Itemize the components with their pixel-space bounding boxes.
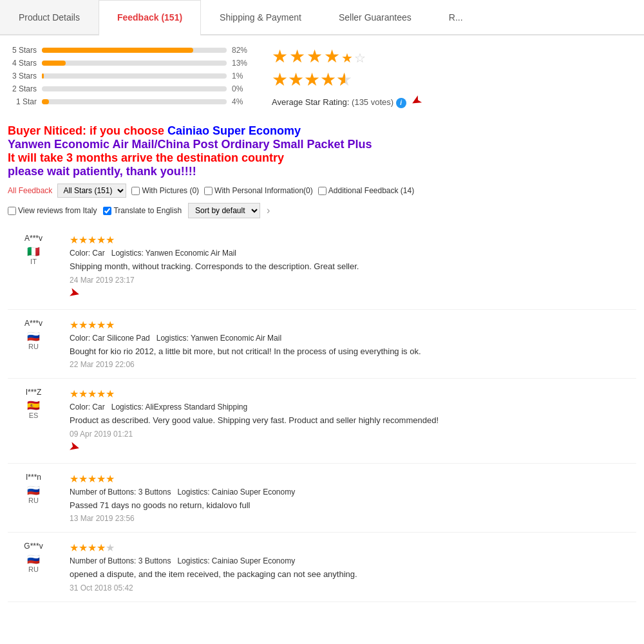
reviews-list: A***v 🇮🇹 IT ★★★★★ Color: Car Logistics: …	[8, 225, 636, 602]
with-pictures-checkbox[interactable]	[131, 187, 140, 195]
review-stars-3: ★★★★★	[70, 388, 636, 400]
reviewer-flag-3: 🇪🇸	[8, 399, 59, 412]
review-meta-3: Color: Car Logistics: AliExpress Standar…	[70, 402, 636, 412]
reviewer-country-5: RU	[8, 565, 59, 573]
star-label-3: 3 Stars	[8, 71, 37, 80]
filter-bar: All Feedback All Stars (151) With Pictur…	[8, 184, 636, 198]
notice-line4: please wait patiently, thank you!!!!	[8, 165, 636, 178]
notice-overlay: Buyer Niticed: if you choose Cainiao Sup…	[8, 122, 636, 181]
stars-display: ★★★★★☆	[272, 46, 636, 67]
tab-product-details[interactable]: Product Details	[0, 0, 99, 34]
bar-fill-3	[42, 73, 44, 79]
review-date-5: 31 Oct 2018 05:42	[70, 583, 636, 592]
tab-more[interactable]: R...	[430, 0, 482, 34]
reviewer-flag-5: 🇷🇺	[8, 553, 59, 565]
notice-cainiao: Cainiao Super Economy	[167, 124, 301, 137]
notice-line3: It will take 3 months arrive the destina…	[8, 151, 636, 165]
reviewer-flag-2: 🇷🇺	[8, 330, 59, 343]
bar-bg-4	[42, 61, 227, 66]
reviewer-flag-1: 🇮🇹	[8, 245, 59, 258]
with-pictures-filter[interactable]: With Pictures (0)	[131, 186, 199, 195]
votes-text: (135 votes)	[352, 97, 393, 107]
pct-5: 82%	[232, 46, 252, 55]
review-text-3: Product as described. Very good value. S…	[70, 414, 636, 427]
review-content-1: ★★★★★ Color: Car Logistics: Yanwen Econo…	[70, 234, 636, 300]
rating-arrow: ➤	[408, 91, 426, 109]
pct-3: 1%	[232, 71, 252, 80]
sort-select[interactable]: Sort by default	[188, 203, 260, 218]
scroll-right-icon[interactable]: ›	[267, 205, 270, 216]
star-icons: ★★★★ ★ ★	[272, 71, 636, 89]
review-date-4: 13 Mar 2019 23:56	[70, 514, 636, 523]
translate-checkbox[interactable]	[103, 207, 111, 215]
reviewer-country-4: RU	[8, 497, 59, 504]
reviewer-name-1: A***v	[8, 234, 59, 243]
tab-feedback[interactable]: Feedback (151)	[99, 0, 201, 35]
review-item: G***v 🇷🇺 RU ★★★★★ Number of Buttons: 3 B…	[8, 533, 636, 602]
star-row-4: 4 Stars 13%	[8, 59, 252, 68]
review-content-4: ★★★★★ Number of Buttons: 3 Buttons Logis…	[70, 473, 636, 524]
review-stars-4: ★★★★★	[70, 473, 636, 485]
review-item: I***n 🇷🇺 RU ★★★★★ Number of Buttons: 3 B…	[8, 464, 636, 533]
review-color-4: Number of Buttons: 3 Buttons	[70, 488, 171, 497]
avg-label-text: Average Star Rating:	[272, 97, 349, 107]
review-logistics-1: Logistics: Yanwen Economic Air Mail	[111, 249, 236, 258]
bar-fill-5	[42, 48, 193, 53]
review-arrow-1: ➤	[68, 283, 82, 301]
with-personal-filter[interactable]: With Personal Information(0)	[204, 186, 313, 195]
review-color-2: Color: Car Silicone Pad	[70, 334, 150, 343]
pct-4: 13%	[232, 59, 252, 68]
reviewer-info-5: G***v 🇷🇺 RU	[8, 542, 59, 592]
review-arrow-3: ➤	[68, 437, 82, 455]
review-date-2: 22 Mar 2019 22:06	[70, 360, 636, 369]
review-logistics-2: Logistics: Yanwen Economic Air Mail	[156, 334, 281, 343]
star-label-2: 2 Stars	[8, 84, 37, 93]
review-color-5: Number of Buttons: 3 Buttons	[70, 556, 171, 565]
star-bars: 5 Stars 82% 4 Stars 13% 3 Stars	[8, 46, 252, 110]
reviewer-name-5: G***v	[8, 542, 59, 551]
review-meta-2: Color: Car Silicone Pad Logistics: Yanwe…	[70, 334, 636, 343]
review-item: A***v 🇮🇹 IT ★★★★★ Color: Car Logistics: …	[8, 225, 636, 310]
bar-fill-4	[42, 61, 66, 66]
info-icon[interactable]: i	[396, 98, 406, 108]
review-logistics-4: Logistics: Cainiao Super Economy	[177, 488, 295, 497]
star-label-5: 5 Stars	[8, 46, 37, 55]
review-logistics-3: Logistics: AliExpress Standard Shipping	[111, 402, 247, 412]
tab-seller-guarantees[interactable]: Seller Guarantees	[320, 0, 430, 34]
review-text-2: Bought for kio rio 2012, a little bit mo…	[70, 345, 636, 358]
translate-label[interactable]: Translate to English	[103, 206, 182, 215]
star-label-1: 1 Star	[8, 97, 37, 106]
reviewer-info-2: A***v 🇷🇺 RU	[8, 319, 59, 370]
view-reviews-text: View reviews from Italy	[18, 206, 97, 215]
reviewer-name-2: A***v	[8, 319, 59, 328]
bar-bg-5	[42, 48, 227, 53]
with-pictures-label: With Pictures (0)	[142, 186, 199, 195]
view-reviews-checkbox[interactable]	[8, 207, 16, 215]
bar-fill-1	[42, 99, 49, 104]
additional-feedback-filter[interactable]: Additional Feedback (14)	[318, 186, 414, 195]
avg-label-line: Average Star Rating: (135 votes) i ➤	[272, 93, 636, 108]
star-row-3: 3 Stars 1%	[8, 71, 252, 80]
view-reviews-label[interactable]: View reviews from Italy	[8, 206, 97, 215]
review-content-5: ★★★★★ Number of Buttons: 3 Buttons Logis…	[70, 542, 636, 592]
translate-text: Translate to English	[113, 206, 182, 215]
additional-feedback-label: Additional Feedback (14)	[328, 186, 414, 195]
pct-1: 4%	[232, 97, 252, 106]
review-color-3: Color: Car	[70, 402, 105, 412]
additional-feedback-checkbox[interactable]	[318, 187, 327, 195]
all-feedback-link[interactable]: All Feedback	[8, 186, 52, 195]
tab-shipping[interactable]: Shipping & Payment	[201, 0, 320, 34]
review-logistics-5: Logistics: Cainiao Super Economy	[177, 556, 295, 565]
review-text-4: Passed 71 days no goods no return, kidal…	[70, 499, 636, 512]
star-label-4: 4 Stars	[8, 59, 37, 68]
bar-bg-3	[42, 73, 227, 79]
with-personal-checkbox[interactable]	[204, 187, 213, 195]
review-content-3: ★★★★★ Color: Car Logistics: AliExpress S…	[70, 388, 636, 454]
average-rating: ★★★★★☆ ★★★★ ★ ★ Average Star Rating: (13…	[272, 46, 636, 110]
review-date-3: 09 Apr 2019 01:21	[70, 430, 636, 439]
star-row-2: 2 Stars 0%	[8, 84, 252, 93]
reviewer-info-3: I***Z 🇪🇸 ES	[8, 388, 59, 454]
all-stars-select[interactable]: All Stars (151)	[57, 184, 126, 198]
review-stars-1: ★★★★★	[70, 234, 636, 246]
star-row-1: 1 Star 4%	[8, 97, 252, 106]
